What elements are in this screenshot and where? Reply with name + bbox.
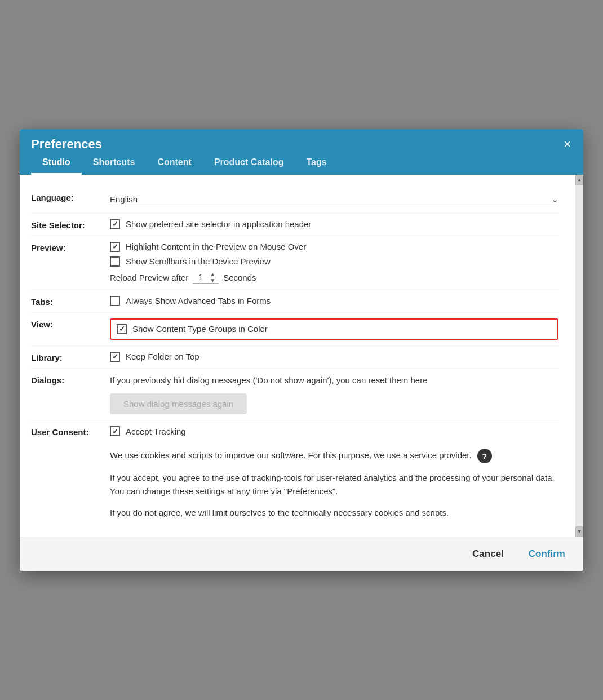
highlight-checkbox-row: Highlight Content in the Preview on Mous…: [110, 242, 558, 252]
reload-value: 1: [195, 272, 206, 282]
dialog-title: Preferences: [31, 137, 102, 151]
tab-tags[interactable]: Tags: [295, 152, 338, 175]
dialogs-label: Dialogs:: [31, 374, 110, 385]
tab-bar: Studio Shortcuts Content Product Catalog…: [31, 152, 572, 175]
tab-studio[interactable]: Studio: [31, 152, 82, 175]
chevron-down-icon: ⌄: [551, 194, 558, 205]
spin-up-button[interactable]: ▲: [209, 271, 216, 277]
accept-tracking-checkbox[interactable]: [110, 426, 120, 436]
user-consent-field: Accept Tracking We use cookies and scrip…: [110, 426, 558, 520]
library-checkbox-row: Keep Folder on Top: [110, 352, 558, 362]
preview-field: Highlight Content in the Preview on Mous…: [110, 242, 558, 284]
tab-product-catalog[interactable]: Product Catalog: [203, 152, 295, 175]
consent-text1: We use cookies and scripts to improve ou…: [110, 449, 472, 462]
tab-content[interactable]: Content: [146, 152, 202, 175]
library-checkbox-label: Keep Folder on Top: [126, 352, 199, 361]
tabs-checkbox-row: Always Show Advanced Tabs in Forms: [110, 296, 558, 306]
view-checkbox-label: Show Content Type Groups in Color: [132, 324, 268, 334]
view-checkbox[interactable]: [117, 324, 127, 334]
view-field: Show Content Type Groups in Color: [110, 318, 558, 340]
site-selector-checkbox[interactable]: [110, 219, 120, 229]
dialog-body: ▲ ▼ Language: English ⌄ Site Selector:: [20, 175, 583, 537]
reload-label: Reload Preview after: [110, 273, 188, 282]
scrollbars-checkbox[interactable]: [110, 256, 120, 267]
view-label: View:: [31, 318, 110, 329]
view-highlight-box: Show Content Type Groups in Color: [110, 318, 558, 340]
library-row: Library: Keep Folder on Top: [31, 346, 558, 369]
site-selector-checkbox-label: Show preferred site selector in applicat…: [126, 219, 311, 229]
tabs-section-label: Tabs:: [31, 296, 110, 307]
language-value: English: [110, 194, 138, 204]
dialogs-description: If you previously hid dialog messages ('…: [110, 374, 558, 387]
highlight-checkbox[interactable]: [110, 242, 120, 252]
language-select[interactable]: English ⌄: [110, 192, 558, 207]
scroll-down-button[interactable]: ▼: [575, 526, 583, 537]
language-label: Language:: [31, 192, 110, 202]
accept-tracking-label: Accept Tracking: [126, 427, 186, 436]
language-field: English ⌄: [110, 192, 558, 207]
scroll-up-button[interactable]: ▲: [575, 175, 583, 185]
user-consent-row: User Consent: Accept Tracking We use coo…: [31, 420, 558, 525]
tabs-checkbox[interactable]: [110, 296, 120, 306]
preview-row: Preview: Highlight Content in the Previe…: [31, 236, 558, 290]
reload-row: Reload Preview after 1 ▲ ▼ Seconds: [110, 271, 558, 284]
show-dialog-messages-button[interactable]: Show dialog messages again: [110, 393, 247, 414]
library-label: Library:: [31, 352, 110, 362]
library-checkbox[interactable]: [110, 352, 120, 362]
content-area: Language: English ⌄ Site Selector: Show …: [20, 175, 575, 537]
site-selector-field: Show preferred site selector in applicat…: [110, 219, 558, 229]
scrollbars-checkbox-row: Show Scrollbars in the Device Preview: [110, 256, 558, 267]
scrollbars-label: Show Scrollbars in the Device Preview: [126, 256, 271, 266]
dialogs-field: If you previously hid dialog messages ('…: [110, 374, 558, 415]
library-field: Keep Folder on Top: [110, 352, 558, 362]
user-consent-label: User Consent:: [31, 426, 110, 437]
dialog-footer: Cancel Confirm: [20, 537, 583, 571]
consent-text1-row: We use cookies and scripts to improve ou…: [110, 449, 558, 463]
user-consent-section: Accept Tracking We use cookies and scrip…: [110, 426, 558, 520]
site-selector-checkbox-row: Show preferred site selector in applicat…: [110, 219, 558, 229]
preview-label: Preview:: [31, 242, 110, 252]
highlight-label: Highlight Content in the Preview on Mous…: [126, 242, 306, 251]
spinner-arrows: ▲ ▼: [209, 271, 216, 283]
close-button[interactable]: ×: [560, 137, 574, 152]
cancel-button[interactable]: Cancel: [465, 545, 511, 563]
reload-spinner[interactable]: 1 ▲ ▼: [193, 271, 219, 284]
consent-text2: If you accept, you agree to the use of t…: [110, 471, 558, 498]
preferences-dialog: Preferences × Studio Shortcuts Content P…: [20, 129, 583, 571]
view-row: View: Show Content Type Groups in Color: [31, 313, 558, 346]
tabs-section-field: Always Show Advanced Tabs in Forms: [110, 296, 558, 306]
spin-down-button[interactable]: ▼: [209, 277, 216, 283]
scrollbar[interactable]: ▲ ▼: [575, 175, 583, 537]
site-selector-label: Site Selector:: [31, 219, 110, 230]
site-selector-row: Site Selector: Show preferred site selec…: [31, 214, 558, 236]
tab-shortcuts[interactable]: Shortcuts: [82, 152, 147, 175]
dialog-header: Preferences × Studio Shortcuts Content P…: [20, 129, 583, 175]
consent-text3: If you do not agree, we will limit ourse…: [110, 506, 558, 520]
help-icon[interactable]: ?: [477, 449, 492, 463]
language-row: Language: English ⌄: [31, 186, 558, 214]
confirm-button[interactable]: Confirm: [522, 545, 572, 563]
tabs-section-row: Tabs: Always Show Advanced Tabs in Forms: [31, 290, 558, 313]
dialogs-row: Dialogs: If you previously hid dialog me…: [31, 369, 558, 421]
tabs-checkbox-label: Always Show Advanced Tabs in Forms: [126, 296, 271, 305]
seconds-label: Seconds: [223, 273, 256, 282]
accept-tracking-row: Accept Tracking: [110, 426, 558, 436]
